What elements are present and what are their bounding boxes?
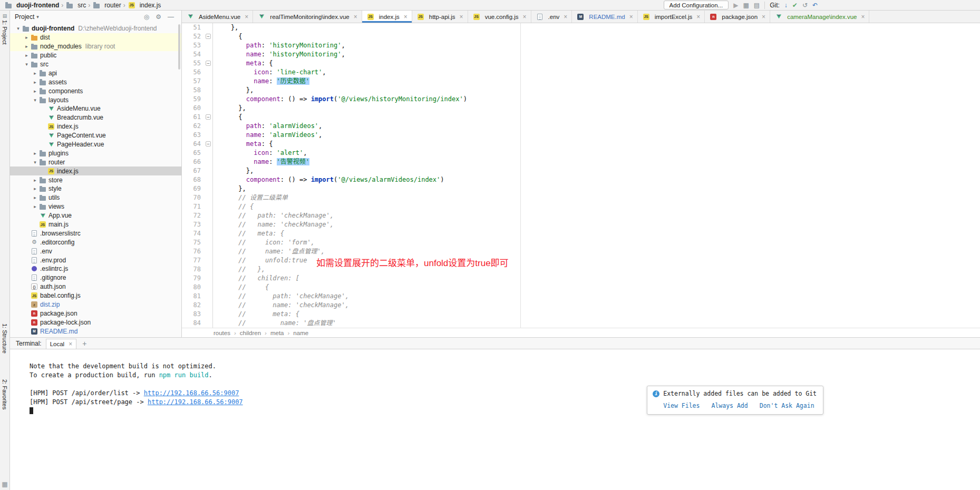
tree-item-components[interactable]: ▸components (10, 86, 181, 95)
terminal-tab-local[interactable]: Local × (46, 339, 77, 349)
tab-importExcel.js[interactable]: JSimportExcel.js× (638, 11, 705, 23)
settings-gear-icon[interactable]: ⚙ (156, 14, 161, 20)
breadcrumb-item-children[interactable]: children (240, 330, 261, 336)
breadcrumb-item-duoji-frontend[interactable]: duoji-frontend (4, 2, 59, 9)
expand-arrow-icon[interactable]: ▸ (32, 204, 38, 209)
tree-item-package.json[interactable]: npackage.json (10, 309, 181, 318)
terminal-link[interactable]: http://192.168.66.56:9007 (148, 398, 243, 406)
tree-item-node_modules[interactable]: ▸node_moduleslibrary root (10, 42, 181, 51)
tree-item-.editorconfig[interactable]: ⚙.editorconfig (10, 238, 181, 247)
expand-arrow-icon[interactable]: ▸ (32, 178, 38, 183)
close-icon[interactable]: × (861, 14, 865, 20)
tab-.env[interactable]: .env× (531, 11, 573, 23)
tool-button-project[interactable]: ▤ 1: Project (2, 11, 8, 46)
expand-arrow-icon[interactable]: ▸ (32, 89, 38, 94)
expand-arrow-icon[interactable]: ▸ (32, 71, 38, 76)
close-icon[interactable]: × (523, 14, 527, 20)
close-icon[interactable]: × (354, 14, 357, 20)
tab-index.js[interactable]: JSindex.js× (362, 11, 412, 23)
hide-panel-icon[interactable]: ― (168, 14, 174, 20)
breadcrumb-item-router[interactable]: router (92, 2, 121, 9)
profile-icon[interactable]: ▤ (754, 2, 760, 8)
tree-item-api[interactable]: ▸api (10, 68, 181, 77)
add-configuration-button[interactable]: Add Configuration... (664, 1, 729, 9)
collapse-arrow-icon[interactable]: ▾ (32, 97, 38, 103)
tree-item-.env.prod[interactable]: .env.prod (10, 256, 181, 264)
fold-icon[interactable]: − (206, 141, 211, 146)
tree-item-.browserslistrc[interactable]: .browserslistrc (10, 229, 181, 238)
tree-item-main.js[interactable]: JSmain.js (10, 220, 181, 229)
breadcrumb-item-meta[interactable]: meta (270, 330, 284, 336)
notification-action-always-add[interactable]: Always Add (711, 401, 748, 410)
tab-README.md[interactable]: MREADME.md× (572, 11, 637, 23)
expand-arrow-icon[interactable]: ▸ (32, 186, 38, 191)
tree-item-style[interactable]: ▸style (10, 184, 181, 193)
tree-item-public[interactable]: ▸public (10, 51, 181, 60)
toolwindow-switcher-icon[interactable]: ▦ (2, 481, 7, 488)
expand-arrow-icon[interactable]: ▸ (23, 53, 30, 58)
tab-AsideMenu.vue[interactable]: AsideMenu.vue× (182, 11, 253, 23)
breadcrumb-item-index.js[interactable]: JSindex.js (128, 2, 161, 9)
tree-item-package-lock.json[interactable]: npackage-lock.json (10, 318, 181, 327)
tab-realTimeMonitoring\index.vue[interactable]: realTimeMonitoring\index.vue× (253, 11, 362, 23)
close-icon[interactable]: × (629, 14, 633, 20)
expand-arrow-icon[interactable]: ▸ (32, 80, 38, 85)
tree-item-utils[interactable]: ▸utils (10, 193, 181, 202)
tree-item-index.js[interactable]: JSindex.js (10, 166, 181, 175)
close-icon[interactable]: × (460, 14, 463, 20)
history-icon[interactable]: ↺ (802, 2, 808, 8)
tree-item-App.vue[interactable]: App.vue (10, 211, 181, 220)
tree-scrollbar[interactable] (178, 24, 180, 70)
commit-icon[interactable]: ✔ (792, 2, 798, 8)
build-icon[interactable]: ▦ (743, 2, 749, 8)
tree-item-router[interactable]: ▾router (10, 158, 181, 166)
expand-arrow-icon[interactable]: ▸ (32, 151, 38, 156)
tree-item-.eslintrc.js[interactable]: .eslintrc.js (10, 264, 181, 273)
close-icon[interactable]: × (404, 14, 407, 20)
tab-package.json[interactable]: npackage.json× (705, 11, 770, 23)
tool-button-structure[interactable]: 1: Structure (2, 321, 8, 356)
fold-icon[interactable]: − (206, 114, 211, 120)
close-icon[interactable]: × (69, 341, 72, 347)
notification-action-view-files[interactable]: View Files (663, 401, 700, 410)
project-view-selector[interactable]: Project ▾ (15, 13, 39, 21)
collapse-arrow-icon[interactable]: ▾ (23, 62, 30, 67)
tree-item-Breadcrumb.vue[interactable]: Breadcrumb.vue (10, 113, 181, 122)
tree-item-dist.zip[interactable]: zdist.zip (10, 300, 181, 309)
tree-item-AsideMenu.vue[interactable]: AsideMenu.vue (10, 104, 181, 113)
collapse-arrow-icon[interactable]: ▾ (15, 26, 22, 31)
expand-arrow-icon[interactable]: ▸ (23, 44, 30, 49)
tree-item-.env[interactable]: .env (10, 247, 181, 256)
editor-content[interactable]: 51 },52− {53 path: 'historyMonitoring',5… (182, 23, 980, 328)
tree-item-assets[interactable]: ▸assets (10, 77, 181, 86)
terminal-link[interactable]: http://192.168.66.56:9007 (144, 389, 239, 397)
tab-vue.config.js[interactable]: JSvue.config.js× (468, 11, 531, 23)
breadcrumb-item-name[interactable]: name (293, 330, 308, 336)
tree-item-layouts[interactable]: ▾layouts (10, 95, 181, 104)
expand-arrow-icon[interactable]: ▸ (23, 35, 30, 40)
fold-icon[interactable]: − (206, 34, 211, 39)
expand-arrow-icon[interactable]: ▸ (32, 195, 38, 200)
tree-item-README.md[interactable]: MREADME.md (10, 327, 181, 336)
tree-item-dist[interactable]: ▸dist (10, 33, 181, 42)
tab-http-api.js[interactable]: JShttp-api.js× (412, 11, 468, 23)
close-icon[interactable]: × (564, 14, 567, 20)
fold-icon[interactable]: − (206, 61, 211, 66)
breadcrumb-item-src[interactable]: src (65, 2, 86, 9)
tree-item-plugins[interactable]: ▸plugins (10, 149, 181, 158)
tree-item-duoji-frontend[interactable]: ▾duoji-frontendD:\zheheWeb\duoji-fronten… (10, 24, 181, 33)
close-icon[interactable]: × (245, 14, 248, 20)
breadcrumb-item-routes[interactable]: routes (214, 330, 230, 336)
notification-action-don't-ask-again[interactable]: Don't Ask Again (760, 401, 814, 410)
tree-item-auth.json[interactable]: {}auth.json (10, 282, 181, 291)
tool-button-favorites[interactable]: 2: Favorites (2, 377, 8, 411)
tree-item-index.js[interactable]: JSindex.js (10, 122, 181, 131)
close-icon[interactable]: × (762, 14, 765, 20)
update-project-icon[interactable]: ↓ (784, 2, 788, 8)
tree-item-.gitignore[interactable]: .gitignore (10, 273, 181, 282)
tree-item-store[interactable]: ▸store (10, 175, 181, 184)
run-icon[interactable]: ▶ (733, 2, 738, 8)
collapse-arrow-icon[interactable]: ▾ (32, 160, 38, 165)
new-terminal-button[interactable]: + (82, 339, 86, 348)
tab-cameraManage\index.vue[interactable]: cameraManage\index.vue× (770, 11, 869, 23)
